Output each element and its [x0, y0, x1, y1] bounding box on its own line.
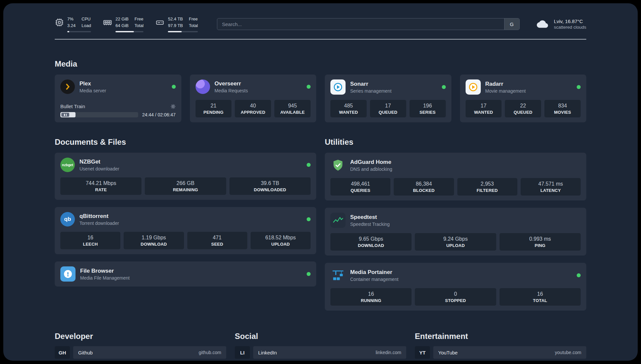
status-dot [577, 273, 581, 277]
app-name: qBittorrent [79, 213, 119, 220]
cloud-icon [535, 18, 550, 30]
app-name: Speedtest [350, 214, 390, 221]
status-dot [307, 163, 311, 167]
service-card-overseerr[interactable]: Overseerr Media Requests 21PENDING 40APP… [190, 75, 317, 122]
link-group-entertainment: Entertainment YT YouTube youtube.com NF … [415, 332, 586, 361]
weather-condition: scattered clouds [554, 25, 586, 30]
status-dot [172, 85, 176, 89]
app-name: Media Portainer [350, 269, 398, 276]
status-dot [307, 272, 311, 276]
stat-total: 16TOTAL [500, 288, 581, 306]
stat-stopped: 0STOPPED [415, 288, 496, 306]
speedtest-icon [330, 213, 346, 228]
service-card-speedtest[interactable]: Speedtest Speedtest Tracking 9.65 GbpsDO… [325, 208, 586, 256]
stat-downloaded: 39.6 TBDOWNLOADED [229, 177, 311, 195]
app-subtitle: Media Requests [215, 88, 248, 93]
ram-icon [103, 18, 112, 27]
app-name: NZBGet [79, 159, 119, 165]
section-documents: Documents & Files nzbget NZBGet Usenet d… [55, 137, 316, 311]
app-subtitle: Container management [350, 277, 398, 282]
service-card-adguard[interactable]: AdGuard Home DNS and adblocking 498,461Q… [325, 153, 586, 200]
section-title-developer: Developer [55, 332, 226, 341]
section-title-utilities: Utilities [325, 137, 586, 147]
stat-blocked: 86,384BLOCKED [394, 178, 454, 196]
service-card-radarr[interactable]: Radarr Movie management 17WANTED 22QUEUE… [460, 75, 587, 122]
stat-series: 196SERIES [410, 100, 446, 117]
pause-button[interactable] [61, 113, 69, 117]
app-subtitle: Speedtest Tracking [350, 222, 390, 227]
link-linkedin[interactable]: LinkedIn linkedin.com [253, 346, 406, 359]
filebrowser-icon [60, 266, 76, 282]
ram-widget: 22 GiB64 GiB FreeTotal [103, 16, 143, 32]
stat-download: 9.65 GbpsDOWNLOAD [330, 233, 412, 251]
sonarr-icon [330, 79, 346, 95]
stat-remaining: 266 GBREMAINING [145, 177, 226, 195]
service-card-qbittorrent[interactable]: qb qBittorrent Torrent downloader 16LEEC… [55, 207, 316, 254]
qbittorrent-icon: qb [60, 212, 75, 227]
stat-ping: 0.993 msPING [500, 233, 581, 251]
section-title-media: Media [55, 59, 586, 69]
app-subtitle: Media File Management [80, 275, 130, 281]
app-name: AdGuard Home [350, 159, 392, 166]
service-card-nzbget[interactable]: nzbget NZBGet Usenet downloader 744.21 M… [55, 153, 316, 200]
dashboard-frame: 7%3.24 CPULoad 22 GiB64 GiB [3, 3, 638, 361]
link-row-linkedin: LI LinkedIn linkedin.com [235, 346, 406, 359]
search-bar: G [217, 18, 519, 30]
link-row-youtube: YT YouTube youtube.com [415, 346, 586, 359]
service-card-sonarr[interactable]: Sonarr Series management 485WANTED 17QUE… [325, 75, 451, 122]
cpu-labels: CPULoad [81, 16, 91, 29]
stat-movies: 834MOVIES [544, 100, 581, 117]
stat-queries: 498,461QUERIES [330, 178, 390, 196]
app-subtitle: Torrent downloader [79, 221, 119, 226]
section-media: Media Plex Media server [55, 59, 586, 122]
cpu-icon [55, 18, 64, 27]
stat-running: 16RUNNING [330, 288, 412, 306]
app-name: Sonarr [350, 81, 391, 87]
plex-player-widget: Bullet Train [60, 100, 176, 117]
stat-download: 1.19 GbpsDOWNLOAD [124, 232, 184, 249]
service-card-portainer[interactable]: Media Portainer Container management 16R… [325, 263, 586, 311]
stat-seed: 471SEED [187, 232, 247, 249]
header-divider [55, 39, 586, 40]
weather-widget: Lviv, 16.87°C scattered clouds [535, 18, 586, 30]
service-card-filebrowser[interactable]: File Browser Media File Management [55, 261, 316, 287]
ram-labels: FreeTotal [135, 16, 143, 29]
stat-pending: 21PENDING [196, 100, 232, 117]
gear-icon[interactable] [170, 104, 176, 109]
portainer-icon [330, 268, 346, 283]
search-engine-button[interactable]: G [504, 18, 519, 30]
stat-wanted: 17WANTED [466, 100, 502, 117]
link-row-github: GH Github github.com [55, 346, 226, 359]
app-name: Overseerr [215, 80, 248, 87]
stat-queued: 22QUEUED [505, 100, 541, 117]
status-dot [577, 85, 581, 89]
section-utilities: Utilities AdGuard Home DNS and adblockin… [325, 137, 586, 311]
search-input[interactable] [217, 18, 504, 30]
plex-icon [60, 79, 75, 94]
playback-progress-bar[interactable] [60, 112, 138, 117]
app-subtitle: Usenet downloader [79, 166, 119, 171]
section-title-social: Social [235, 332, 406, 341]
youtube-abbr-icon: YT [415, 346, 430, 359]
radarr-icon [466, 79, 481, 95]
overseerr-icon [196, 79, 210, 94]
stat-wanted: 485WANTED [330, 100, 367, 117]
app-subtitle: Movie management [485, 88, 526, 94]
weather-location: Lviv, 16.87°C [554, 18, 586, 24]
link-github[interactable]: Github github.com [73, 346, 226, 359]
link-youtube[interactable]: YouTube youtube.com [433, 346, 586, 359]
ram-usage-bar [115, 31, 143, 32]
section-title-documents: Documents & Files [55, 137, 316, 147]
service-card-plex[interactable]: Plex Media server Bullet Train [55, 75, 181, 122]
stat-rate: 744.21 MbpsRATE [60, 177, 141, 195]
cpu-values: 7%3.24 [67, 16, 76, 29]
now-playing-title: Bullet Train [60, 104, 85, 109]
adguard-icon [330, 158, 346, 173]
link-group-social: Social LI LinkedIn linkedin.com TW Twitt… [235, 332, 406, 361]
playback-time: 24:44 / 02:06:47 [142, 112, 175, 117]
stat-available: 945AVAILABLE [274, 100, 311, 117]
stat-upload: 618.52 MbpsUPLOAD [251, 232, 311, 249]
disk-widget: 52.4 TB97.9 TB FreeTotal [155, 16, 198, 32]
linkedin-abbr-icon: LI [235, 346, 250, 359]
stat-queued: 17QUEUED [370, 100, 406, 117]
